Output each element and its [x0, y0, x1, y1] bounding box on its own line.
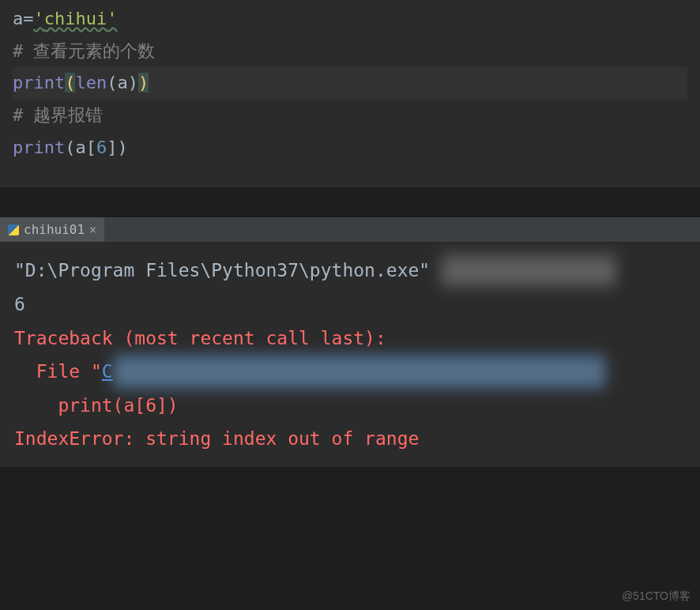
arg-a: a [75, 137, 85, 157]
error-message-line: IndexError: string index out of range [14, 422, 686, 456]
output-value: 6 [14, 294, 25, 314]
file-line: File "Cxxxxxxxxxxxxxxxxxxxxxxxxxxxxxxxxx… [14, 355, 686, 389]
paren-close: ) [117, 137, 127, 157]
run-tab[interactable]: chihui01 × [0, 217, 104, 242]
code-editor[interactable]: a='chihui' # 查看元素的个数 print(len(a)) # 越界报… [0, 0, 700, 187]
error-code: print(a[6]) [14, 395, 179, 416]
code-line-3-highlighted: print(len(a)) [13, 67, 687, 100]
bracket-close: ] [107, 137, 117, 157]
python-path: "D:\Program Files\Python37\python.exe" [14, 260, 441, 281]
error-message: IndexError: string index out of range [14, 428, 419, 449]
file-prefix: File " [14, 361, 102, 382]
paren-close-2: ) [138, 73, 149, 92]
error-code-line: print(a[6]) [14, 389, 686, 423]
index-num: 6 [96, 137, 107, 157]
variable: a [13, 9, 23, 28]
code-line-4: # 越界报错 [13, 100, 687, 132]
arg-a: a [117, 73, 127, 92]
equals: = [23, 9, 33, 28]
traceback-header: Traceback (most recent call last): [14, 322, 686, 356]
quote-close: ' [107, 9, 117, 28]
file-link[interactable]: C [102, 361, 113, 382]
code-line-1: a='chihui' [13, 3, 687, 36]
comment: # 越界报错 [13, 105, 103, 125]
watermark: @51CTO博客 [622, 589, 691, 604]
paren-open-1: ( [65, 73, 75, 92]
python-icon [8, 224, 19, 235]
paren-open: ( [65, 137, 75, 157]
console-tab-bar: chihui01 × [0, 217, 700, 243]
output-line: 6 [14, 288, 686, 322]
paren-close-1: ) [128, 73, 138, 92]
blurred-filepath: xxxxxxxxxxxxxxxxxxxxxxxxxxxxxxxxxxxxxxxx… [113, 355, 605, 389]
quote-open: ' [34, 9, 44, 28]
close-icon[interactable]: × [89, 223, 96, 237]
blurred-path: xxxxxxxxxxxxxxxx [441, 254, 616, 288]
comment: # 查看元素的个数 [13, 41, 156, 61]
bracket-open: [ [86, 137, 96, 157]
paren-open-2: ( [107, 73, 117, 92]
string-value: chihui [44, 9, 107, 28]
traceback-text: Traceback (most recent call last): [14, 328, 386, 348]
console-output[interactable]: "D:\Program Files\Python37\python.exe" x… [0, 243, 700, 466]
print-fn: print [13, 73, 65, 92]
print-fn: print [13, 137, 65, 157]
code-line-5: print(a[6]) [13, 132, 687, 164]
pane-separator [0, 187, 700, 217]
code-line-2: # 查看元素的个数 [13, 36, 687, 68]
len-fn: len [75, 73, 107, 92]
tab-label: chihui01 [24, 222, 85, 237]
exec-line: "D:\Program Files\Python37\python.exe" x… [14, 254, 686, 288]
